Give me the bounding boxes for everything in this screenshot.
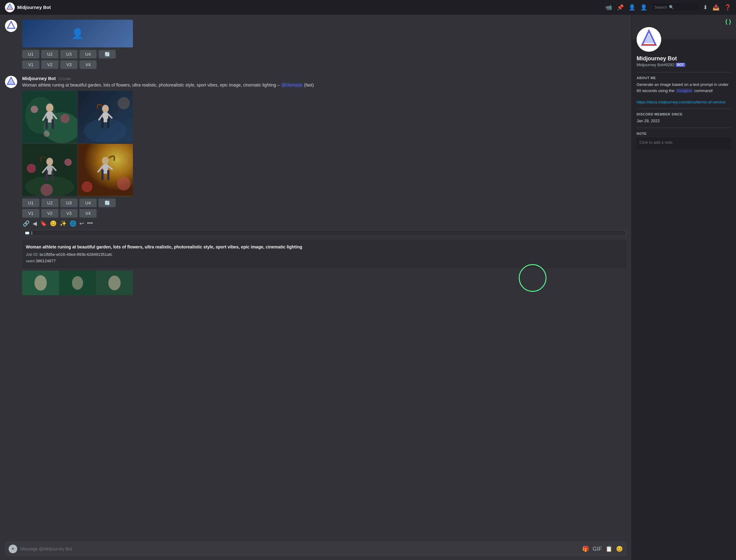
btn-u2-top[interactable]: U2 xyxy=(41,50,58,58)
btn-u1-main[interactable]: U1 xyxy=(22,199,39,207)
message-input[interactable] xyxy=(20,546,579,551)
reaction-badge[interactable]: ✉️ 1 xyxy=(22,230,626,236)
about-me-end: command! xyxy=(694,88,713,93)
download-icon[interactable]: ⬇ xyxy=(703,4,708,11)
svg-rect-39 xyxy=(51,171,54,181)
svg-point-36 xyxy=(46,158,53,166)
chat-input-actions: 🎁 GIF 📋 😊 xyxy=(582,546,623,552)
sidebar-tag-text: Midjourney Bot#9282 xyxy=(637,62,674,67)
imagine-command[interactable]: /imagine xyxy=(676,88,693,93)
image-cell-bl[interactable] xyxy=(22,144,77,196)
svg-point-45 xyxy=(102,157,109,165)
reaction-count: 1 xyxy=(31,231,33,235)
svg-rect-9 xyxy=(22,91,77,143)
image-cell-tl[interactable] xyxy=(22,91,77,143)
left-arrow-icon[interactable]: ◀ xyxy=(32,220,38,228)
emoji-icon[interactable]: 😊 xyxy=(49,220,57,228)
bot-avatar-topbar xyxy=(5,2,15,12)
svg-point-32 xyxy=(25,176,74,196)
about-me-text: Generate an image based on a text prompt… xyxy=(637,82,731,94)
magic-icon[interactable]: ✨ xyxy=(59,220,67,228)
message-avatar-main xyxy=(5,76,17,88)
divider-3 xyxy=(637,128,731,128)
info-job-line: Job ID: bc1ffd5e-e016-49ed-993b-62849135… xyxy=(26,252,623,258)
add-attachment-button[interactable]: + xyxy=(9,545,17,553)
svg-point-11 xyxy=(44,112,77,143)
terms-of-service-link[interactable]: https://docs.midjourney.com/docs/terms-o… xyxy=(637,100,726,104)
sidebar-body: Midjourney Bot Midjourney Bot#9282 BOT A… xyxy=(632,39,736,560)
btn-u4-top[interactable]: U4 xyxy=(79,50,97,58)
btn-refresh-top[interactable]: 🔄 xyxy=(99,50,116,58)
btn-u3-main[interactable]: U3 xyxy=(60,199,78,207)
sticker-icon[interactable]: 📋 xyxy=(605,546,612,552)
svg-point-56 xyxy=(72,276,83,290)
svg-point-43 xyxy=(82,181,93,192)
svg-point-24 xyxy=(118,97,130,109)
svg-point-14 xyxy=(44,131,50,137)
sidebar-banner: { } xyxy=(632,15,736,39)
message-avatar-previous xyxy=(5,20,17,32)
info-text-line1: Woman athlete runing at beautiful garden… xyxy=(26,244,623,250)
message-header: Midjourney Bot 2:13 AM xyxy=(22,76,626,81)
message-speed: (fast) xyxy=(304,83,314,87)
svg-point-44 xyxy=(117,177,131,190)
add-member-icon[interactable]: 👤 xyxy=(629,4,635,11)
btn-v2-top[interactable]: V2 xyxy=(41,60,58,69)
message-body-text: Woman athlete runing at beautiful garden… xyxy=(22,83,276,87)
message-text: Woman athlete runing at beautiful garden… xyxy=(22,82,626,88)
gif-icon[interactable]: GIF xyxy=(593,546,602,552)
search-icon: 🔍 xyxy=(669,5,674,10)
more-icon[interactable]: ••• xyxy=(87,220,94,227)
profile-icon[interactable]: 👤 xyxy=(640,4,647,11)
btn-v2-main[interactable]: V2 xyxy=(41,209,58,218)
sidebar-avatar xyxy=(637,27,661,52)
btn-v1-top[interactable]: V1 xyxy=(22,60,39,69)
btn-u4-main[interactable]: U4 xyxy=(79,199,97,207)
image-cell-br[interactable] xyxy=(78,144,133,196)
btn-u1-top[interactable]: U1 xyxy=(22,50,39,58)
message-content-previous: 👤 U1 U2 U3 U4 🔄 V1 V2 V3 xyxy=(22,20,626,71)
member-since-title: DISCORD MEMBER SINCE xyxy=(637,112,731,116)
btn-u3-top[interactable]: U3 xyxy=(60,50,78,58)
inbox-icon[interactable]: 📥 xyxy=(713,4,719,11)
help-icon[interactable]: ❓ xyxy=(724,4,731,11)
chat-input-box: + 🎁 GIF 📋 😊 xyxy=(5,542,626,556)
info-seed-line: seed 386124877 xyxy=(26,258,623,264)
btn-u2-main[interactable]: U2 xyxy=(41,199,58,207)
btn-v3-main[interactable]: V3 xyxy=(60,209,78,218)
btn-v1-main[interactable]: V1 xyxy=(22,209,39,218)
emoji-picker-icon[interactable]: 😊 xyxy=(616,546,623,552)
svg-rect-16 xyxy=(47,112,53,123)
btn-v3-top[interactable]: V3 xyxy=(60,60,78,69)
message-mention[interactable]: @Hamada xyxy=(281,83,303,87)
btn-v4-top[interactable]: V4 xyxy=(79,60,97,69)
image-cell-tr[interactable] xyxy=(78,91,133,143)
gift-icon[interactable]: 🎁 xyxy=(582,546,589,552)
svg-point-12 xyxy=(31,106,38,113)
svg-line-20 xyxy=(53,114,56,119)
note-title: NOTE xyxy=(637,132,731,135)
btn-refresh-main[interactable]: 🔄 xyxy=(99,199,116,207)
link-icon[interactable]: 🔗 xyxy=(22,220,30,228)
web-icon[interactable]: 🌐 xyxy=(69,220,77,228)
svg-rect-47 xyxy=(102,169,104,180)
pin-icon[interactable]: 📌 xyxy=(617,4,624,11)
topbar-title: Midjourney Bot xyxy=(17,5,51,10)
reaction-emoji: ✉️ xyxy=(25,231,30,235)
svg-rect-37 xyxy=(47,165,53,175)
right-sidebar: { } Midjourney Bot Midjourney Bot#9282 B… xyxy=(631,15,736,560)
bookmark-icon[interactable]: 🔖 xyxy=(39,220,47,228)
info-block: Woman athlete runing at beautiful garden… xyxy=(22,240,626,268)
svg-point-25 xyxy=(102,105,109,113)
message-group-previous: 👤 U1 U2 U3 U4 🔄 V1 V2 V3 xyxy=(5,20,626,71)
note-area[interactable]: Click to add a note xyxy=(637,137,731,150)
reply-icon[interactable]: ↩ xyxy=(79,220,85,228)
search-box[interactable]: Search 🔍 xyxy=(652,4,698,11)
video-call-icon[interactable]: 📹 xyxy=(605,4,612,11)
message-group-main: Midjourney Bot 2:13 AM Woman athlete run… xyxy=(5,76,626,295)
reaction-bar: 🔗 ◀ 🔖 😊 ✨ 🌐 ↩ ••• More xyxy=(22,220,626,228)
svg-rect-46 xyxy=(103,164,108,174)
sidebar-bot-name: Midjourney Bot xyxy=(637,55,731,62)
btn-v4-main[interactable]: V4 xyxy=(79,209,97,218)
sidebar-json-icon[interactable]: { } xyxy=(725,18,731,25)
